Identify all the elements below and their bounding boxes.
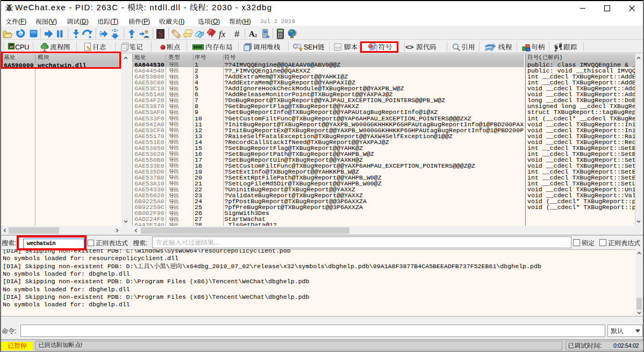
svg-text:#: # [234, 29, 240, 39]
svg-text:A: A [249, 30, 255, 38]
svg-text:2: 2 [255, 33, 257, 38]
svg-text:<>: <> [335, 45, 340, 50]
svg-text:fx: fx [219, 29, 226, 39]
svg-text:32: 32 [10, 45, 13, 48]
svg-text:<>: <> [405, 44, 414, 52]
svg-text:S: S [158, 30, 162, 39]
